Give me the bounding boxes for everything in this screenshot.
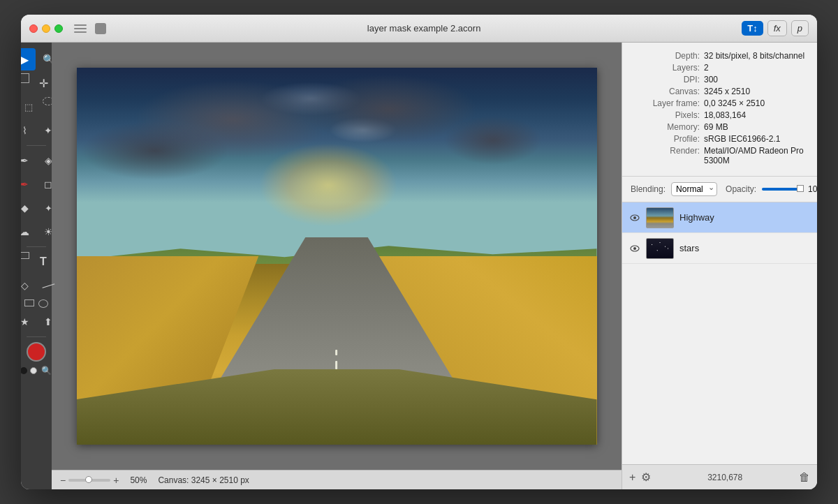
profile-value: sRGB IEC61966-2.1 [704,134,780,144]
pixels-row: Pixels: 18,083,164 [633,110,806,120]
paint-tool[interactable]: ✒ [21,173,36,195]
black-color[interactable] [21,367,27,374]
memory-value: 69 MB [704,122,728,132]
layers-count-value: 2 [704,63,709,73]
layer-name-highway: Highway [679,212,714,223]
minimize-button[interactable] [42,24,50,33]
opacity-label: Opacity: [726,184,756,194]
list-item[interactable]: Highway [622,202,817,233]
text-tool-button[interactable]: T↕ [742,21,763,36]
add-layer-button[interactable]: + [629,471,635,484]
blending-select-wrap[interactable]: Normal Multiply Screen Overlay Darken Li… [671,182,717,196]
canvas-image [77,68,597,445]
canvas-row: Canvas: 3245 x 2510 [633,87,806,96]
fill-tool[interactable]: ◆ [21,197,36,219]
window-title: layer mask example 2.acorn [112,23,736,34]
highway-image [77,68,597,445]
blending-select[interactable]: Normal Multiply Screen Overlay Darken Li… [671,182,717,196]
layers-row: Layers: 2 [633,63,806,73]
layer-visibility-highway[interactable] [629,212,640,223]
svg-point-3 [633,247,636,250]
depth-row: Depth: 32 bits/pixel, 8 bits/channel [633,51,806,61]
zoom-in-button[interactable]: + [113,475,119,485]
render-label: Render: [633,146,700,156]
canvas-info: Canvas: 3245 × 2510 px [158,475,249,485]
depth-label: Depth: [633,51,700,61]
layer-name-stars: stars [679,243,699,253]
opacity-slider-wrap: 100% [762,184,817,194]
close-button[interactable] [29,24,38,33]
vector-rect-tool[interactable] [24,299,34,306]
layer-settings-button[interactable]: ⚙ [641,470,651,484]
canvas-area: − + 50% Canvas: 3245 × 2510 px [52,43,622,489]
zoom-value: 50% [130,475,147,485]
profile-label: Profile: [633,134,700,144]
layers-label: Layers: [633,63,700,73]
vector-ellipse-tool[interactable] [38,299,48,308]
star-tool[interactable]: ★ [21,311,36,333]
sidebar-toggle-button[interactable] [74,24,87,34]
titlebar-tools: T↕ fx p [742,20,809,36]
main-window: layer mask example 2.acorn T↕ fx p ▶ 🔍 ✛… [21,15,817,489]
layer-thumbnail-stars [646,238,674,259]
svg-point-1 [633,216,636,219]
eyedropper-tool[interactable]: ✒ [21,149,36,172]
select-tool[interactable]: ▶ [21,48,36,71]
right-panel: Depth: 32 bits/pixel, 8 bits/channel Lay… [622,43,817,489]
blend-opacity-row: Blending: Normal Multiply Screen Overlay… [622,177,817,202]
opacity-slider[interactable] [762,188,804,191]
white-color[interactable] [30,367,37,374]
canvas-value: 3245 x 2510 [704,87,750,96]
left-toolbar: ▶ 🔍 ✛ ⬚ ⌇ ✦ ✒ ◈ [21,43,52,489]
zoom-slider[interactable] [68,479,110,482]
main-content: ▶ 🔍 ✛ ⬚ ⌇ ✦ ✒ ◈ [21,43,817,489]
color-tools: 🔍 [21,364,52,377]
canvas-label: Canvas: [633,87,700,96]
pixels-value: 18,083,164 [704,110,746,120]
delete-layer-button[interactable]: 🗑 [799,471,810,484]
opacity-value: 100% [808,184,817,194]
list-item[interactable]: stars [622,233,817,264]
foreground-color[interactable] [27,342,46,362]
crop-tool[interactable] [21,73,29,83]
magnifier-tool[interactable]: 🔍 [40,364,52,377]
p-button[interactable]: p [791,20,809,36]
render-row: Render: Metal/IO/AMD Radeon Pro 5300M [633,146,806,165]
render-value: Metal/IO/AMD Radeon Pro 5300M [704,146,806,165]
traffic-lights [29,24,63,33]
maximize-button[interactable] [54,24,63,33]
canvas-container[interactable] [52,43,622,470]
dpi-value: 300 [704,75,718,84]
sun-glow [258,143,398,227]
info-panel: Depth: 32 bits/pixel, 8 bits/channel Lay… [622,43,817,177]
zoom-out-button[interactable]: − [60,475,66,485]
memory-label: Memory: [633,122,700,132]
fx-button[interactable]: fx [767,20,787,36]
dpi-label: DPI: [633,75,700,84]
zoom-thumb[interactable] [85,476,92,483]
layer-frame-value: 0,0 3245 × 2510 [704,98,765,108]
profile-row: Profile: sRGB IEC61966-2.1 [633,134,806,144]
rect-select-tool[interactable]: ⬚ [21,96,40,118]
layer-visibility-stars[interactable] [629,243,640,254]
layer-thumbnail-highway [646,207,674,228]
layers-footer: + ⚙ 3210,678 🗑 [622,464,817,489]
depth-value: 32 bits/pixel, 8 bits/channel [704,51,804,61]
document-icon [95,23,106,34]
layer-frame-label: Layer frame: [633,98,700,108]
memory-row: Memory: 69 MB [633,122,806,132]
titlebar: layer mask example 2.acorn T↕ fx p [21,15,817,43]
opacity-thumb[interactable] [797,185,804,192]
layer-coord: 3210,678 [707,473,742,482]
dpi-row: DPI: 300 [633,75,806,84]
rect-shape-tool[interactable] [21,252,29,259]
status-bar: − + 50% Canvas: 3245 × 2510 px [52,470,622,489]
blur-tool[interactable]: ☁ [21,221,36,243]
pixels-label: Pixels: [633,110,700,120]
lasso-tool[interactable]: ⌇ [21,119,36,142]
zoom-controls: − + [60,475,119,485]
blending-label: Blending: [631,184,666,194]
layers-panel: Highway stars [622,202,817,464]
layer-frame-row: Layer frame: 0,0 3245 × 2510 [633,98,806,108]
